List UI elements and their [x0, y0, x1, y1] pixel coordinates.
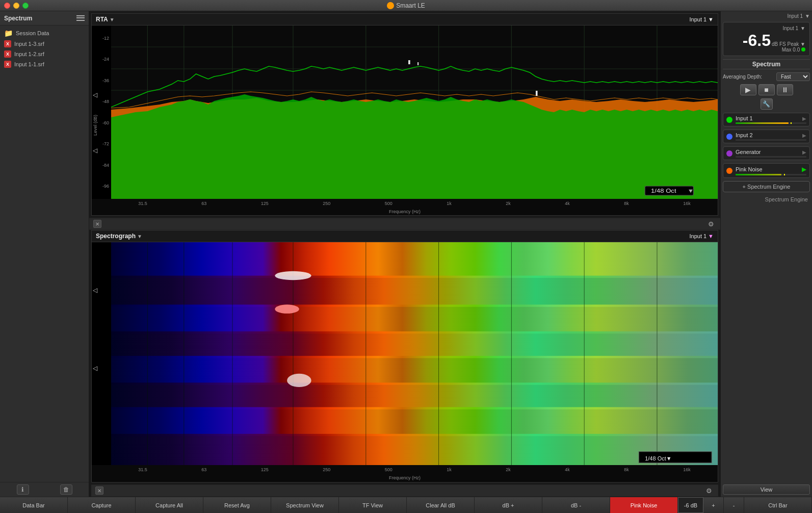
maximize-button[interactable]	[22, 3, 29, 9]
sidebar-item-file-1[interactable]: X Input 1-3.srf	[0, 39, 89, 49]
reset-avg-button[interactable]: Reset Avg	[203, 497, 271, 513]
generator-arrow[interactable]: ▶	[802, 149, 806, 155]
rta-x-axis: 31.5 63 125 250 500 1k 2k 4k 8k 16k	[92, 199, 718, 208]
svg-point-45	[275, 304, 299, 313]
spectrograph-x-labels: 31.5 63 125 250 500 1k 2k 4k 8k 16k	[111, 465, 718, 474]
channel-input1[interactable]: Input 1 ▶	[723, 113, 810, 126]
spectrograph-image-area: 1/48 Oct▼	[111, 242, 718, 465]
generator-name: Generator	[736, 149, 802, 155]
close-button[interactable]	[4, 3, 10, 9]
view-button[interactable]: View	[723, 484, 810, 495]
spectrograph-panel: Spectrograph ▼ Input 1 ▼ ◁ ◁	[91, 230, 718, 482]
input1-meter	[736, 122, 806, 124]
svg-rect-27	[111, 276, 718, 307]
level-unit[interactable]: dB FS Peak ▼	[772, 41, 805, 47]
tf-view-button[interactable]: TF View	[339, 497, 407, 513]
svg-text:1/48 Oct▼: 1/48 Oct▼	[645, 455, 671, 461]
rta-svg: 1/48 Oct ▼	[111, 25, 718, 199]
svg-rect-26	[111, 242, 718, 278]
folder-icon: 📁	[4, 29, 13, 37]
channel-pink-noise[interactable]: Pink Noise ▶	[723, 163, 810, 178]
generator-dot	[726, 150, 732, 157]
data-bar-button[interactable]: Data Bar	[0, 497, 68, 513]
spectrograph-x-axis: 31.5 63 125 250 500 1k 2k 4k 8k 16k	[92, 465, 718, 474]
add-engine-button[interactable]: + Spectrum Engine	[723, 181, 810, 192]
spectrograph-handle-1[interactable]: ◁	[93, 287, 97, 294]
clear-all-db-button[interactable]: Clear All dB	[407, 497, 475, 513]
db-increment-button[interactable]: +	[703, 497, 724, 513]
rta-dropdown-arrow[interactable]: ▼	[110, 17, 115, 22]
db-plus-button[interactable]: dB +	[475, 497, 542, 513]
titlebar: Smaart LE	[0, 0, 812, 11]
pause-button[interactable]: ⏸	[777, 84, 793, 95]
rta-handle-bottom[interactable]: ◁	[93, 147, 97, 154]
channel-generator[interactable]: Generator ▶	[723, 146, 810, 160]
sidebar-item-file-2[interactable]: X Input 1-2.srf	[0, 49, 89, 59]
sidebar-content: 📁 Session Data X Input 1-3.srf X Input 1…	[0, 25, 89, 482]
right-input-arrow[interactable]: ▼	[805, 13, 810, 19]
input2-dot	[726, 134, 732, 140]
ctrl-bar-button[interactable]: Ctrl Bar	[744, 497, 812, 513]
input1-arrow[interactable]: ▶	[802, 116, 806, 121]
svg-point-43	[275, 271, 311, 280]
spectrograph-input-selector[interactable]: Input 1 ▼	[689, 233, 714, 239]
sidebar-info-button[interactable]: ℹ	[17, 484, 29, 495]
db-minus-button[interactable]: dB -	[542, 497, 610, 513]
spectrograph-separator: ✕ ⚙	[91, 484, 718, 497]
spectrograph-y-axis: ◁ ◁	[92, 242, 111, 465]
svg-rect-19	[408, 60, 410, 64]
svg-rect-31	[111, 382, 718, 409]
spectrograph-close-button[interactable]: ✕	[95, 486, 103, 495]
capture-button[interactable]: Capture	[68, 497, 136, 513]
sidebar-menu-button[interactable]	[76, 15, 85, 22]
rta-handle-top[interactable]: ◁	[93, 91, 97, 98]
spectrograph-svg: 1/48 Oct▼	[111, 242, 718, 465]
minimize-button[interactable]	[13, 3, 19, 9]
file-icon-1: X	[4, 40, 11, 47]
spectrograph-handle-2[interactable]: ◁	[93, 365, 97, 372]
svg-marker-18	[111, 94, 718, 199]
svg-rect-20	[417, 62, 418, 65]
sidebar-footer: ℹ 🗑	[0, 482, 89, 497]
pink-noise-name: Pink Noise	[736, 166, 802, 172]
pink-noise-bottom-button[interactable]: Pink Noise	[610, 497, 678, 513]
bottom-toolbar: Data Bar Capture Capture All Reset Avg S…	[0, 497, 812, 513]
spectrograph-settings-button[interactable]: ⚙	[704, 485, 714, 496]
level-input-dropdown[interactable]: ▼	[800, 25, 805, 31]
y-axis-values: -12 -24 -36 -48 -60 -72 -84 -96	[102, 25, 109, 199]
rta-graph-area: 1/48 Oct ▼	[111, 25, 718, 199]
level-value: -6.5	[743, 32, 771, 48]
file-icon-3: X	[4, 61, 11, 68]
level-input-name[interactable]: Input 1	[783, 25, 799, 31]
spectrum-engine-label: Spectrum Engine	[723, 195, 810, 203]
db-decrement-button[interactable]: -	[724, 497, 744, 513]
green-indicator	[801, 47, 805, 52]
generator-wrap: Generator ▶	[736, 149, 806, 158]
level-display: Input 1 ▼ -6.5 dB FS Peak ▼ Max 0.0	[723, 22, 810, 56]
channel-input2[interactable]: Input 2 ▶	[723, 130, 810, 143]
sidebar: Spectrum 📁 Session Data X Input 1-3.srf …	[0, 11, 89, 497]
panel-settings-button[interactable]: ⚙	[706, 219, 716, 229]
sidebar-delete-button[interactable]: 🗑	[60, 484, 72, 495]
level-max: Max 0.0	[782, 47, 805, 53]
input2-arrow[interactable]: ▶	[802, 133, 806, 138]
wrench-button[interactable]: 🔧	[761, 98, 773, 110]
right-input-header: Input 1 ▼	[723, 13, 810, 19]
stop-button[interactable]: ■	[758, 84, 775, 95]
spectrograph-dropdown-arrow[interactable]: ▼	[137, 234, 142, 239]
averaging-select[interactable]: Fast Slow Medium Faster Impulse	[776, 72, 810, 81]
play-button[interactable]: ▶	[740, 84, 756, 95]
rta-input-selector[interactable]: Input 1 ▼	[689, 16, 714, 22]
input1-meter-fill	[736, 122, 789, 124]
file-icon-2: X	[4, 50, 11, 58]
spectrograph-input-arrow: ▼	[708, 233, 714, 239]
right-input-label[interactable]: Input 1	[788, 13, 803, 19]
rta-close-button[interactable]: ✕	[93, 220, 101, 228]
pink-noise-play-icon[interactable]: ▶	[802, 166, 806, 173]
sidebar-item-file-3[interactable]: X Input 1-1.srf	[0, 59, 89, 69]
rta-panel: RTA ▼ Input 1 ▼ Level (dB) -12 -24 -36	[91, 13, 718, 216]
sidebar-item-session-data[interactable]: 📁 Session Data	[0, 28, 89, 39]
spectrum-view-button[interactable]: Spectrum View	[271, 497, 339, 513]
input2-wrap: Input 2 ▶	[736, 132, 806, 141]
capture-all-button[interactable]: Capture All	[136, 497, 203, 513]
